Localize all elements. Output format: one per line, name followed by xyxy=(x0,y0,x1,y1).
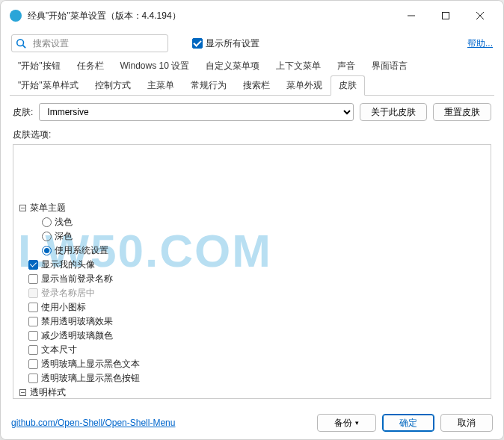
tab-taskbar[interactable]: 任务栏 xyxy=(69,56,112,75)
opt-disable-glass[interactable]: 禁用透明玻璃效果 xyxy=(18,314,486,329)
toolbar: 显示所有设置 帮助... xyxy=(1,31,503,56)
opt-theme-light[interactable]: 浅色 xyxy=(18,215,486,229)
ok-button[interactable]: 确定 xyxy=(382,414,434,432)
tab-main-menu[interactable]: 主菜单 xyxy=(139,75,182,95)
search-input[interactable] xyxy=(30,38,168,49)
skin-selector-row: 皮肤: Immersive 关于此皮肤 重置皮肤 xyxy=(13,103,491,121)
group-menu-theme[interactable]: 菜单主题 xyxy=(18,201,486,215)
radio-light[interactable] xyxy=(42,217,52,227)
tabs-row-2: "开始"菜单样式 控制方式 主菜单 常规行为 搜索栏 菜单外观 皮肤 xyxy=(10,75,494,96)
tab-context-menu[interactable]: 上下文菜单 xyxy=(268,56,329,75)
skin-options-tree[interactable]: LW50.COM 菜单主题 浅色 深色 使用系统设置 显示我的头像 显示当前登录… xyxy=(13,144,491,399)
tab-controls[interactable]: 控制方式 xyxy=(87,75,139,95)
tab-search[interactable]: 搜索栏 xyxy=(235,75,278,95)
group-transparency[interactable]: 透明样式 xyxy=(18,385,486,399)
footer-buttons: 备份▾ 确定 取消 xyxy=(317,414,493,432)
radio-system[interactable] xyxy=(42,246,52,255)
tab-appearance[interactable]: 菜单外观 xyxy=(278,75,331,95)
opt-reduce-glass[interactable]: 减少透明玻璃颜色 xyxy=(18,329,486,343)
app-icon xyxy=(10,10,22,22)
titlebar: 经典"开始"菜单设置（版本：4.4.194） xyxy=(1,1,503,31)
maximize-button[interactable] xyxy=(428,4,463,28)
about-skin-button[interactable]: 关于此皮肤 xyxy=(360,103,427,121)
help-link[interactable]: 帮助... xyxy=(467,37,493,50)
chk-disable-glass[interactable] xyxy=(28,317,38,326)
cancel-button[interactable]: 取消 xyxy=(440,414,493,432)
search-icon xyxy=(12,38,30,49)
reset-skin-button[interactable]: 重置皮肤 xyxy=(433,103,491,121)
github-link[interactable]: github.com/Open-Shell/Open-Shell-Menu xyxy=(11,418,175,428)
tab-language[interactable]: 界面语言 xyxy=(363,56,416,75)
show-all-checkbox[interactable] xyxy=(192,38,203,49)
chk-avatar[interactable] xyxy=(28,260,38,270)
chk-glass-btn[interactable] xyxy=(28,374,38,383)
opt-show-avatar[interactable]: 显示我的头像 xyxy=(18,258,486,272)
tab-custom-menu[interactable]: 自定义菜单项 xyxy=(197,56,268,75)
tab-skin[interactable]: 皮肤 xyxy=(331,75,365,96)
opt-theme-system[interactable]: 使用系统设置 xyxy=(18,244,486,258)
tab-menu-style[interactable]: "开始"菜单样式 xyxy=(10,75,87,95)
tab-content: 皮肤: Immersive 关于此皮肤 重置皮肤 皮肤选项: LW50.COM … xyxy=(1,96,503,406)
collapse-icon[interactable] xyxy=(18,204,27,213)
opt-theme-dark[interactable]: 深色 xyxy=(18,229,486,244)
backup-button[interactable]: 备份▾ xyxy=(317,414,376,432)
opt-text-size[interactable]: 文本尺寸 xyxy=(18,343,486,357)
opt-glass-black-text[interactable]: 透明玻璃上显示黑色文本 xyxy=(18,357,486,371)
minimize-button[interactable] xyxy=(394,4,428,28)
opt-glass-black-btn[interactable]: 透明玻璃上显示黑色按钮 xyxy=(18,371,486,385)
tabs-row-1: "开始"按钮 任务栏 Windows 10 设置 自定义菜单项 上下文菜单 声音… xyxy=(1,56,503,75)
chk-text-size[interactable] xyxy=(28,345,38,355)
svg-point-1 xyxy=(17,40,24,46)
collapse-icon[interactable] xyxy=(18,388,27,397)
chk-small-icons[interactable] xyxy=(28,303,38,312)
chk-reduce-glass[interactable] xyxy=(28,331,38,341)
chk-login-center xyxy=(28,288,38,298)
chk-login[interactable] xyxy=(28,274,38,284)
svg-rect-0 xyxy=(443,13,449,19)
footer: github.com/Open-Shell/Open-Shell-Menu 备份… xyxy=(1,406,503,439)
tab-win10[interactable]: Windows 10 设置 xyxy=(112,56,198,75)
opt-login-center: 登录名称居中 xyxy=(18,286,486,300)
skin-select[interactable]: Immersive xyxy=(39,103,354,121)
radio-dark[interactable] xyxy=(42,232,52,241)
search-box[interactable] xyxy=(11,34,168,52)
tab-start-button[interactable]: "开始"按钮 xyxy=(10,56,69,75)
skin-options-label: 皮肤选项: xyxy=(13,128,491,141)
opt-small-icons[interactable]: 使用小图标 xyxy=(18,300,486,314)
show-all-checkbox-wrap[interactable]: 显示所有设置 xyxy=(192,37,259,50)
close-button[interactable] xyxy=(463,4,497,28)
tab-sound[interactable]: 声音 xyxy=(329,56,363,75)
tab-behavior[interactable]: 常规行为 xyxy=(182,75,235,95)
window-title: 经典"开始"菜单设置（版本：4.4.194） xyxy=(28,10,394,22)
opt-show-login[interactable]: 显示当前登录名称 xyxy=(18,272,486,286)
chevron-down-icon: ▾ xyxy=(355,419,359,427)
show-all-label: 显示所有设置 xyxy=(206,37,259,50)
window-controls xyxy=(394,4,497,28)
settings-window: 经典"开始"菜单设置（版本：4.4.194） 显示所有设置 帮助... "开始"… xyxy=(0,0,504,440)
chk-glass-text[interactable] xyxy=(28,359,38,369)
skin-label: 皮肤: xyxy=(13,106,33,119)
